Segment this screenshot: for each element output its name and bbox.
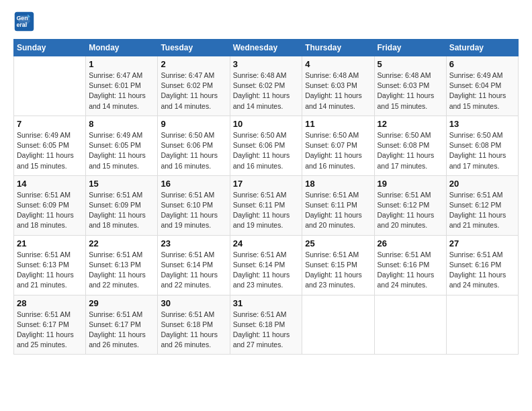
day-number: 13 [449, 119, 515, 129]
calendar-cell: 23Sunrise: 6:51 AMSunset: 6:14 PMDayligh… [158, 235, 230, 295]
weekday-header: Saturday [446, 40, 518, 56]
day-info: Sunrise: 6:51 AMSunset: 6:13 PMDaylight:… [17, 250, 83, 291]
calendar-cell: 31Sunrise: 6:51 AMSunset: 6:18 PMDayligh… [230, 295, 302, 355]
day-info: Sunrise: 6:51 AMSunset: 6:17 PMDaylight:… [89, 310, 154, 351]
day-info: Sunrise: 6:49 AMSunset: 6:05 PMDaylight:… [89, 130, 154, 171]
calendar-week-row: 14Sunrise: 6:51 AMSunset: 6:09 PMDayligh… [14, 175, 519, 235]
calendar-cell: 22Sunrise: 6:51 AMSunset: 6:13 PMDayligh… [86, 235, 158, 295]
day-info: Sunrise: 6:47 AMSunset: 6:02 PMDaylight:… [161, 71, 226, 111]
calendar-cell [446, 295, 518, 355]
day-number: 1 [89, 59, 154, 69]
day-info: Sunrise: 6:51 AMSunset: 6:11 PMDaylight:… [305, 190, 371, 231]
weekday-header-row: SundayMondayTuesdayWednesdayThursdayFrid… [14, 40, 519, 56]
calendar-week-row: 28Sunrise: 6:51 AMSunset: 6:17 PMDayligh… [14, 295, 519, 355]
day-info: Sunrise: 6:51 AMSunset: 6:12 PMDaylight:… [378, 190, 443, 231]
day-info: Sunrise: 6:51 AMSunset: 6:14 PMDaylight:… [233, 250, 300, 291]
day-info: Sunrise: 6:50 AMSunset: 6:06 PMDaylight:… [233, 130, 300, 171]
day-number: 2 [161, 59, 226, 69]
svg-text:eral: eral [16, 21, 27, 28]
day-info: Sunrise: 6:51 AMSunset: 6:14 PMDaylight:… [161, 250, 226, 291]
day-number: 20 [449, 179, 515, 189]
calendar-cell: 3Sunrise: 6:48 AMSunset: 6:02 PMDaylight… [230, 56, 302, 116]
calendar-cell: 5Sunrise: 6:48 AMSunset: 6:03 PMDaylight… [374, 56, 446, 116]
calendar-cell: 4Sunrise: 6:48 AMSunset: 6:03 PMDaylight… [302, 56, 374, 116]
weekday-header: Wednesday [230, 40, 302, 56]
weekday-header: Sunday [14, 40, 86, 56]
day-info: Sunrise: 6:50 AMSunset: 6:06 PMDaylight:… [161, 130, 226, 171]
day-info: Sunrise: 6:49 AMSunset: 6:05 PMDaylight:… [17, 130, 83, 171]
calendar: SundayMondayTuesdayWednesdayThursdayFrid… [13, 39, 519, 355]
weekday-header: Friday [374, 40, 446, 56]
day-number: 24 [233, 238, 300, 248]
calendar-cell: 12Sunrise: 6:50 AMSunset: 6:08 PMDayligh… [374, 116, 446, 175]
day-number: 29 [89, 298, 154, 308]
calendar-cell: 21Sunrise: 6:51 AMSunset: 6:13 PMDayligh… [14, 235, 86, 295]
calendar-week-row: 1Sunrise: 6:47 AMSunset: 6:01 PMDaylight… [14, 56, 519, 116]
logo: Gen eral [13, 11, 38, 32]
day-info: Sunrise: 6:50 AMSunset: 6:08 PMDaylight:… [449, 130, 515, 171]
weekday-header: Monday [86, 40, 158, 56]
day-info: Sunrise: 6:51 AMSunset: 6:15 PMDaylight:… [305, 250, 371, 291]
page: Gen eral SundayMondayTuesdayWednesdayThu… [0, 0, 532, 411]
day-number: 15 [89, 179, 154, 189]
day-info: Sunrise: 6:51 AMSunset: 6:09 PMDaylight:… [89, 190, 154, 231]
calendar-cell: 25Sunrise: 6:51 AMSunset: 6:15 PMDayligh… [302, 235, 374, 295]
day-number: 26 [378, 238, 443, 248]
calendar-week-row: 7Sunrise: 6:49 AMSunset: 6:05 PMDaylight… [14, 116, 519, 175]
calendar-cell: 16Sunrise: 6:51 AMSunset: 6:10 PMDayligh… [158, 175, 230, 235]
calendar-cell [302, 295, 374, 355]
calendar-cell: 30Sunrise: 6:51 AMSunset: 6:18 PMDayligh… [158, 295, 230, 355]
calendar-cell: 15Sunrise: 6:51 AMSunset: 6:09 PMDayligh… [86, 175, 158, 235]
day-info: Sunrise: 6:51 AMSunset: 6:10 PMDaylight:… [161, 190, 226, 231]
calendar-cell: 8Sunrise: 6:49 AMSunset: 6:05 PMDaylight… [86, 116, 158, 175]
day-number: 25 [305, 238, 371, 248]
calendar-week-row: 21Sunrise: 6:51 AMSunset: 6:13 PMDayligh… [14, 235, 519, 295]
calendar-cell: 28Sunrise: 6:51 AMSunset: 6:17 PMDayligh… [14, 295, 86, 355]
calendar-cell [374, 295, 446, 355]
day-info: Sunrise: 6:47 AMSunset: 6:01 PMDaylight:… [89, 71, 154, 111]
weekday-header: Thursday [302, 40, 374, 56]
day-info: Sunrise: 6:51 AMSunset: 6:11 PMDaylight:… [233, 190, 300, 231]
day-number: 22 [89, 238, 154, 248]
calendar-cell: 9Sunrise: 6:50 AMSunset: 6:06 PMDaylight… [158, 116, 230, 175]
day-number: 23 [161, 238, 226, 248]
day-number: 9 [161, 119, 226, 129]
header: Gen eral [13, 11, 519, 32]
calendar-cell: 6Sunrise: 6:49 AMSunset: 6:04 PMDaylight… [446, 56, 518, 116]
day-info: Sunrise: 6:51 AMSunset: 6:16 PMDaylight:… [449, 250, 515, 291]
day-number: 21 [17, 238, 83, 248]
calendar-cell: 29Sunrise: 6:51 AMSunset: 6:17 PMDayligh… [86, 295, 158, 355]
day-number: 27 [449, 238, 515, 248]
day-number: 12 [378, 119, 443, 129]
day-info: Sunrise: 6:48 AMSunset: 6:03 PMDaylight:… [378, 71, 443, 111]
day-info: Sunrise: 6:50 AMSunset: 6:07 PMDaylight:… [305, 130, 371, 171]
day-number: 28 [17, 298, 83, 308]
calendar-cell: 20Sunrise: 6:51 AMSunset: 6:12 PMDayligh… [446, 175, 518, 235]
calendar-cell: 18Sunrise: 6:51 AMSunset: 6:11 PMDayligh… [302, 175, 374, 235]
day-info: Sunrise: 6:51 AMSunset: 6:16 PMDaylight:… [378, 250, 443, 291]
day-info: Sunrise: 6:51 AMSunset: 6:12 PMDaylight:… [449, 190, 515, 231]
calendar-cell [14, 56, 86, 116]
day-number: 7 [17, 119, 83, 129]
calendar-cell: 17Sunrise: 6:51 AMSunset: 6:11 PMDayligh… [230, 175, 302, 235]
day-info: Sunrise: 6:51 AMSunset: 6:18 PMDaylight:… [161, 310, 226, 351]
day-number: 31 [233, 298, 300, 308]
calendar-cell: 7Sunrise: 6:49 AMSunset: 6:05 PMDaylight… [14, 116, 86, 175]
svg-text:Gen: Gen [16, 15, 28, 21]
day-number: 11 [305, 119, 371, 129]
day-number: 3 [233, 59, 300, 69]
day-number: 4 [305, 59, 371, 69]
day-number: 5 [378, 59, 443, 69]
day-number: 17 [233, 179, 300, 189]
logo-icon: Gen eral [13, 11, 35, 32]
calendar-cell: 2Sunrise: 6:47 AMSunset: 6:02 PMDaylight… [158, 56, 230, 116]
day-info: Sunrise: 6:51 AMSunset: 6:09 PMDaylight:… [17, 190, 83, 231]
calendar-cell: 10Sunrise: 6:50 AMSunset: 6:06 PMDayligh… [230, 116, 302, 175]
day-number: 30 [161, 298, 226, 308]
day-info: Sunrise: 6:49 AMSunset: 6:04 PMDaylight:… [449, 71, 515, 111]
day-info: Sunrise: 6:48 AMSunset: 6:02 PMDaylight:… [233, 71, 300, 111]
day-info: Sunrise: 6:51 AMSunset: 6:13 PMDaylight:… [89, 250, 154, 291]
day-number: 10 [233, 119, 300, 129]
weekday-header: Tuesday [158, 40, 230, 56]
calendar-cell: 11Sunrise: 6:50 AMSunset: 6:07 PMDayligh… [302, 116, 374, 175]
